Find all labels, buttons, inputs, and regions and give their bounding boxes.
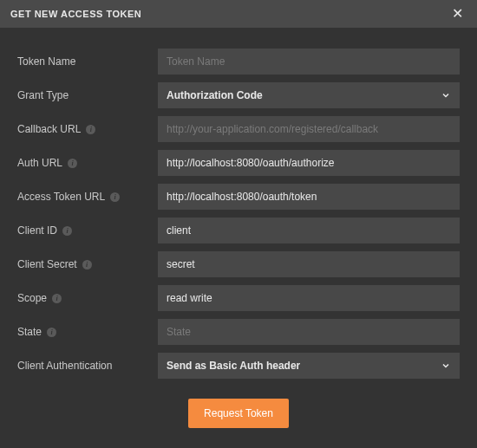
row-scope: Scope i — [17, 285, 460, 311]
label-callback-url: Callback URL i — [17, 123, 149, 135]
client-auth-select[interactable]: Send as Basic Auth header — [158, 353, 460, 379]
info-icon[interactable]: i — [52, 294, 62, 303]
info-icon[interactable]: i — [68, 159, 77, 168]
grant-type-select-wrap: Authorization Code — [158, 82, 460, 108]
info-icon[interactable]: i — [47, 328, 56, 337]
label-scope: Scope i — [17, 292, 149, 304]
close-button[interactable]: ✕ — [448, 5, 467, 23]
row-client-id: Client ID i — [17, 218, 460, 243]
label-callback-url-text: Callback URL — [17, 123, 81, 135]
row-grant-type: Grant Type Authorization Code — [17, 82, 460, 108]
client-id-input[interactable] — [158, 218, 460, 243]
request-token-button[interactable]: Request Token — [188, 399, 289, 428]
label-scope-text: Scope — [17, 292, 47, 304]
label-client-auth: Client Authentication — [17, 360, 149, 372]
label-client-secret-text: Client Secret — [17, 258, 77, 270]
label-grant-type-text: Grant Type — [17, 89, 69, 101]
dialog-header: GET NEW ACCESS TOKEN ✕ — [0, 0, 477, 28]
info-icon[interactable]: i — [110, 192, 120, 202]
label-client-id: Client ID i — [17, 224, 149, 237]
state-input[interactable] — [158, 319, 460, 345]
info-icon[interactable]: i — [82, 260, 92, 269]
row-access-token-url: Access Token URL i — [17, 184, 460, 210]
scope-input[interactable] — [158, 285, 460, 311]
row-token-name: Token Name — [17, 49, 460, 75]
row-client-secret: Client Secret i — [17, 251, 460, 277]
dialog-body: Token Name Grant Type Authorization Code… — [0, 28, 477, 448]
row-auth-url: Auth URL i — [17, 150, 460, 176]
label-auth-url-text: Auth URL — [17, 157, 62, 169]
label-auth-url: Auth URL i — [17, 157, 149, 169]
label-state-text: State — [17, 326, 42, 338]
label-access-token-url: Access Token URL i — [17, 191, 149, 203]
access-token-url-input[interactable] — [158, 184, 460, 210]
access-token-dialog: GET NEW ACCESS TOKEN ✕ Token Name Grant … — [0, 0, 477, 448]
label-client-id-text: Client ID — [17, 224, 57, 237]
label-grant-type: Grant Type — [17, 89, 149, 101]
row-client-auth: Client Authentication Send as Basic Auth… — [17, 353, 460, 379]
row-state: State i — [17, 319, 460, 345]
row-callback-url: Callback URL i — [17, 116, 460, 142]
token-name-input[interactable] — [158, 49, 460, 75]
callback-url-input[interactable] — [158, 116, 460, 142]
grant-type-select[interactable]: Authorization Code — [158, 82, 460, 108]
client-auth-select-wrap: Send as Basic Auth header — [158, 353, 460, 379]
info-icon[interactable]: i — [86, 125, 95, 134]
label-client-auth-text: Client Authentication — [17, 360, 112, 372]
label-access-token-url-text: Access Token URL — [17, 191, 105, 203]
close-icon: ✕ — [452, 6, 463, 21]
label-token-name-text: Token Name — [17, 55, 75, 68]
client-secret-input[interactable] — [158, 251, 460, 277]
info-icon[interactable]: i — [62, 226, 72, 236]
label-token-name: Token Name — [17, 55, 149, 68]
label-state: State i — [17, 326, 149, 338]
dialog-title: GET NEW ACCESS TOKEN — [10, 9, 141, 19]
auth-url-input[interactable] — [158, 150, 460, 176]
label-client-secret: Client Secret i — [17, 258, 149, 270]
